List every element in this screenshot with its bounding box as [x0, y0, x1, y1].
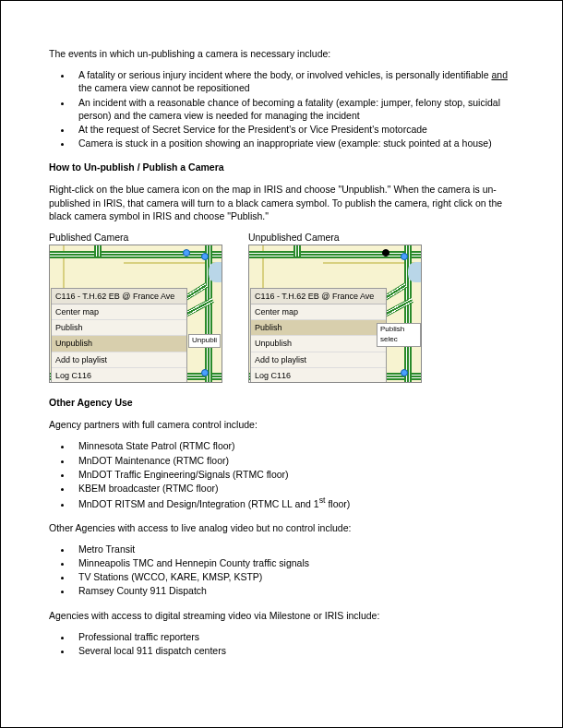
unpublished-col: Unpublished Camera 17 C116 - T.H.62 EB @… [248, 231, 422, 383]
list-item: TV Stations (WCCO, KARE, KMSP, KSTP) [73, 570, 514, 583]
menu-unpublish[interactable]: Unpublish [251, 336, 386, 352]
list-item: An incident with a reasonable chance of … [73, 96, 514, 122]
heading-other-agency: Other Agency Use [49, 396, 514, 409]
list-item: MnDOT Maintenance (RTMC floor) [73, 454, 514, 467]
camera-icon-blue[interactable] [401, 369, 408, 376]
menu-log[interactable]: Log C116 [251, 368, 386, 383]
list-item: Minneapolis TMC and Hennepin County traf… [73, 556, 514, 569]
menu-publish[interactable]: Publish [52, 320, 186, 336]
digital-list: Professional traffic reportersSeveral lo… [49, 630, 514, 657]
digital-intro: Agencies with access to digital streamin… [49, 609, 514, 622]
list-item: A fatality or serious injury incident wh… [73, 68, 514, 94]
list-item: Professional traffic reporters [73, 630, 514, 643]
instructions-text: Right-click on the blue camera icon on t… [49, 183, 514, 222]
menu-title: C116 - T.H.62 EB @ France Ave [52, 289, 186, 304]
published-col: Published Camera 17 C116 - T.H.62 EB @ F… [49, 231, 222, 383]
list-item: MnDOT RITSM and Design/Integration (RTMC… [73, 495, 514, 510]
context-menu-unpublished: C116 - T.H.62 EB @ France Ave Center map… [250, 288, 387, 383]
intro-text: The events in which un-publishing a came… [49, 47, 514, 60]
tooltip-publish: Publish selec [377, 323, 421, 347]
unpublished-map: 17 C116 - T.H.62 EB @ France Ave Center … [248, 245, 422, 383]
list-item: Several local 911 dispatch centers [73, 644, 514, 657]
live-intro: Other Agencies with access to live analo… [49, 521, 514, 534]
list-item: At the request of Secret Service for the… [73, 123, 514, 136]
context-menu-published: C116 - T.H.62 EB @ France Ave Center map… [51, 288, 187, 383]
published-map: 17 C116 - T.H.62 EB @ France Ave Center … [49, 245, 222, 383]
list-item: KBEM broadcaster (RTMC floor) [73, 482, 514, 495]
list-item: MnDOT Traffic Engineering/Signals (RTMC … [73, 468, 514, 481]
published-label: Published Camera [49, 231, 222, 244]
menu-unpublish[interactable]: Unpublish [52, 336, 186, 352]
camera-icon-blue[interactable] [401, 253, 408, 260]
live-list: Metro TransitMinneapolis TMC and Hennepi… [49, 543, 514, 598]
list-item: Minnesota State Patrol (RTMC floor) [73, 439, 514, 452]
camera-icon-blue[interactable] [183, 249, 190, 257]
unpublished-label: Unpublished Camera [248, 231, 422, 244]
list-item: Camera is stuck in a position showing an… [73, 137, 514, 149]
partners-list: Minnesota State Patrol (RTMC floor)MnDOT… [49, 439, 514, 509]
list-item: Ramsey County 911 Dispatch [73, 584, 514, 597]
menu-center-map[interactable]: Center map [52, 304, 186, 320]
menu-title: C116 - T.H.62 EB @ France Ave [251, 289, 386, 304]
partners-intro: Agency partners with full camera control… [49, 418, 514, 431]
heading-howto: How to Un-publish / Publish a Camera [49, 161, 514, 173]
menu-add-playlist[interactable]: Add to playlist [52, 352, 186, 368]
menu-log[interactable]: Log C116 [52, 368, 186, 383]
camera-icon-black[interactable] [382, 249, 389, 257]
menu-publish[interactable]: Publish [251, 320, 386, 336]
map-row: Published Camera 17 C116 - T.H.62 EB @ F… [49, 231, 514, 383]
events-list: A fatality or serious injury incident wh… [49, 68, 514, 149]
menu-center-map[interactable]: Center map [251, 304, 386, 320]
list-item: Metro Transit [73, 543, 514, 555]
camera-icon-blue[interactable] [201, 253, 209, 260]
tooltip-unpublish: Unpubli [188, 334, 221, 348]
camera-icon-blue[interactable] [201, 369, 209, 376]
menu-add-playlist[interactable]: Add to playlist [251, 352, 386, 368]
